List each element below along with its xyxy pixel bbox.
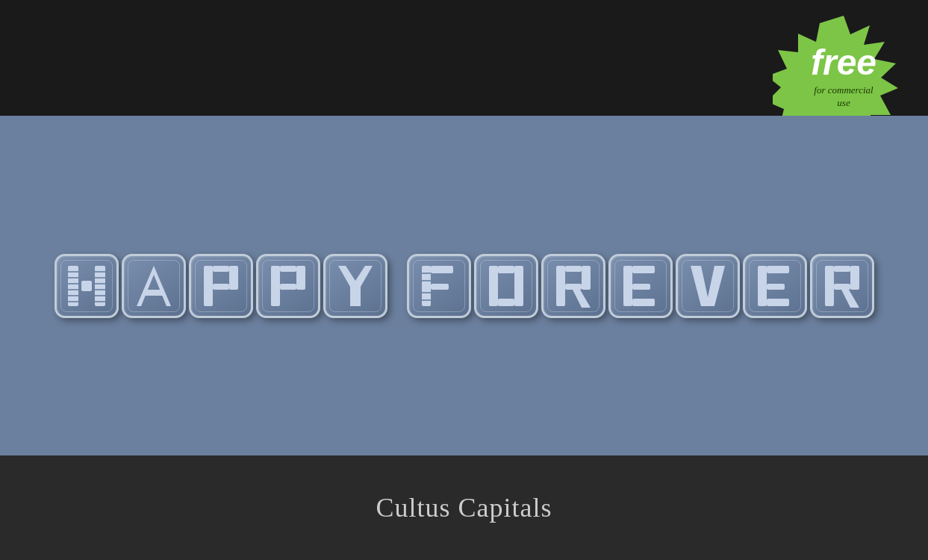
char-E2 [743, 254, 807, 318]
svg-rect-29 [431, 284, 449, 290]
badge-free-text: free [811, 43, 876, 82]
char-P [189, 254, 253, 318]
font-name-label: Cultus Capitals [376, 492, 552, 523]
svg-rect-21 [229, 266, 238, 290]
svg-rect-55 [850, 266, 859, 290]
svg-rect-41 [582, 266, 591, 290]
main-preview-area [0, 116, 928, 455]
char-R [541, 254, 605, 318]
svg-rect-27 [422, 266, 431, 306]
svg-rect-54 [834, 284, 850, 290]
svg-rect-22 [271, 266, 280, 306]
top-bar: free for commercial use [0, 0, 928, 116]
svg-rect-18 [204, 266, 213, 306]
svg-rect-35 [514, 266, 523, 306]
svg-rect-34 [489, 266, 498, 306]
char-V [676, 254, 740, 318]
svg-rect-52 [825, 266, 834, 306]
char-A [122, 254, 186, 318]
svg-rect-23 [280, 266, 296, 272]
svg-rect-20 [213, 284, 229, 290]
svg-rect-48 [758, 266, 767, 306]
svg-rect-36 [498, 266, 514, 273]
font-preview [55, 254, 874, 318]
svg-marker-26 [338, 266, 373, 306]
svg-rect-25 [296, 266, 305, 290]
svg-rect-1 [68, 266, 78, 306]
char-P2 [256, 254, 320, 318]
char-E [608, 254, 673, 318]
svg-marker-47 [691, 266, 725, 306]
badge-use-text: use [837, 97, 850, 108]
svg-rect-46 [632, 284, 650, 290]
badge-for-text: for commercial [814, 84, 873, 96]
svg-rect-24 [280, 284, 296, 290]
svg-rect-3 [95, 266, 105, 306]
svg-marker-16 [137, 266, 171, 306]
char-H [55, 254, 119, 318]
svg-rect-49 [767, 266, 789, 273]
svg-rect-45 [632, 299, 655, 306]
char-Y [323, 254, 387, 318]
svg-rect-44 [632, 266, 655, 273]
svg-marker-42 [573, 290, 591, 308]
char-O [474, 254, 538, 318]
char-R2 [810, 254, 874, 318]
svg-rect-51 [767, 284, 785, 290]
svg-rect-43 [623, 266, 632, 306]
svg-rect-50 [767, 299, 789, 306]
svg-rect-28 [431, 266, 453, 273]
svg-rect-53 [834, 266, 850, 272]
svg-rect-40 [565, 284, 582, 290]
bottom-bar: Cultus Capitals [0, 455, 928, 560]
svg-rect-37 [498, 299, 514, 306]
svg-rect-17 [144, 290, 164, 296]
char-F [407, 254, 471, 318]
svg-rect-2 [81, 281, 92, 291]
svg-rect-39 [565, 266, 582, 272]
svg-rect-19 [213, 266, 229, 272]
svg-rect-38 [556, 266, 565, 306]
svg-marker-56 [841, 290, 859, 308]
